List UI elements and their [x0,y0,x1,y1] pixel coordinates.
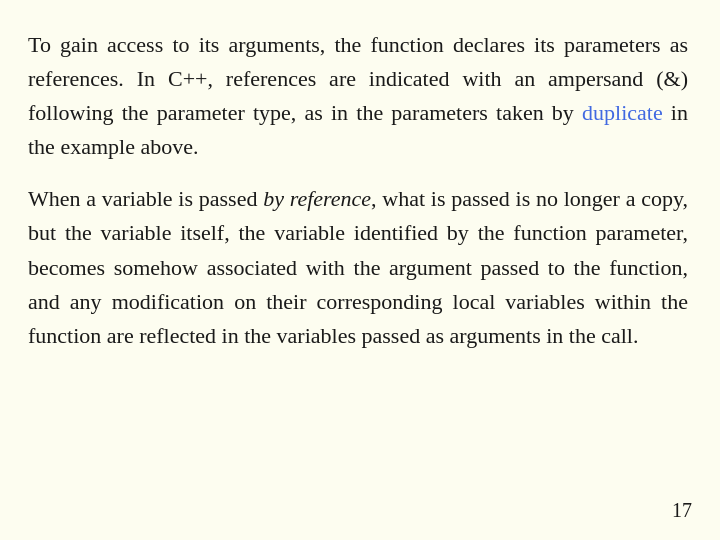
paragraph2-text-before-italic: When a variable is passed [28,186,263,211]
page-number: 17 [672,499,692,522]
paragraph2-italic-text: by reference [263,186,371,211]
paragraph-1: To gain access to its arguments, the fun… [28,28,688,164]
content-area: To gain access to its arguments, the fun… [0,0,720,540]
duplicate-link[interactable]: duplicate [582,100,663,125]
paragraph-2: When a variable is passed by reference, … [28,182,688,352]
